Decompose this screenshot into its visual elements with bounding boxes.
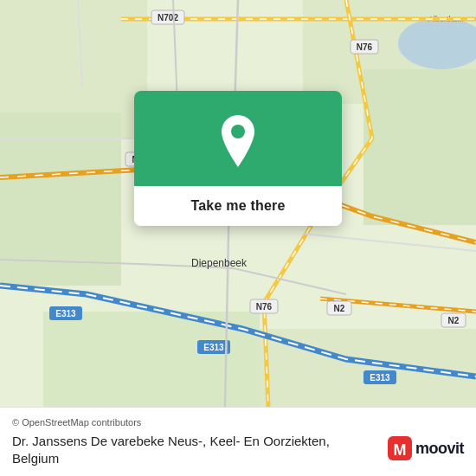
svg-text:N2: N2 (334, 304, 345, 313)
svg-point-31 (231, 125, 245, 138)
svg-text:E313: E313 (55, 309, 76, 318)
place-name-text: Dr. Janssens De varebeke Neus-, Keel- En… (12, 434, 330, 448)
svg-text:N76: N76 (256, 302, 273, 312)
popup-card: Take me there (134, 91, 342, 226)
location-pin-icon (215, 115, 261, 167)
take-me-there-button[interactable]: Take me there (134, 186, 342, 226)
svg-text:E313: E313 (370, 373, 390, 383)
svg-rect-5 (363, 69, 476, 225)
svg-text:E313: E313 (203, 343, 224, 352)
moovit-logo: M moovit (388, 436, 464, 460)
popup-header (134, 91, 342, 186)
moovit-icon: M (388, 436, 412, 460)
footer: © OpenStreetMap contributors Dr. Janssen… (0, 407, 476, 476)
moovit-text: moovit (415, 440, 464, 458)
svg-text:M: M (393, 441, 406, 459)
svg-text:N702: N702 (158, 13, 178, 23)
map-container: Albertka... N702 N76 N76 N76 N2 N2 N2 (0, 0, 476, 407)
osm-attribution: © OpenStreetMap contributors (12, 417, 464, 428)
svg-text:Diepenbeek: Diepenbeek (191, 257, 248, 269)
svg-text:N2: N2 (448, 316, 460, 325)
place-country-text: Belgium (12, 451, 59, 466)
svg-text:N76: N76 (357, 42, 373, 52)
